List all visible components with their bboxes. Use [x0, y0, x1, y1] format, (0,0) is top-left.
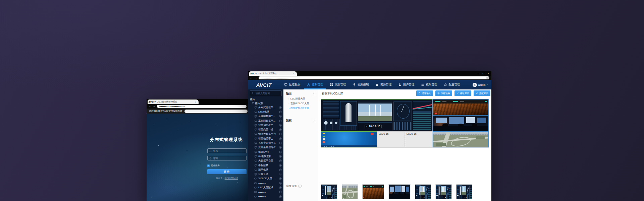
- source-row-10[interactable]: 光纤坐席信号-2: [248, 145, 283, 150]
- toolbar-button-1[interactable]: 清除输入: [416, 90, 433, 96]
- thumbnail-4[interactable]: [388, 184, 411, 199]
- forward-icon[interactable]: →: [254, 76, 257, 79]
- play-button-icon[interactable]: [279, 159, 282, 162]
- nav-item-5[interactable]: 资源管理: [375, 80, 391, 89]
- thumbnail-2[interactable]: [342, 184, 358, 199]
- play-button-icon[interactable]: [279, 120, 282, 122]
- thumbnail-1[interactable]: - 00:15:15: [321, 184, 337, 199]
- toolbar-button-2[interactable]: 保存预案: [435, 90, 452, 96]
- source-row-3[interactable]: 车联网数据平...: [248, 114, 283, 119]
- play-button-icon[interactable]: [279, 133, 282, 135]
- play-button-icon[interactable]: [279, 186, 282, 189]
- camera-icon: [254, 182, 257, 185]
- password-field[interactable]: [207, 156, 247, 160]
- account-input[interactable]: [213, 149, 243, 152]
- source-row-8[interactable]: 智慧物流平台: [248, 136, 283, 141]
- dashboard-feed[interactable]: - 00:15:15: [321, 99, 433, 131]
- back-icon[interactable]: ←: [250, 76, 253, 79]
- toolbar-button-4[interactable]: 分配布局: [474, 90, 490, 96]
- tree-group-input-source[interactable]: 输入源: [248, 101, 283, 105]
- address-bar[interactable]: ••••••••••••••••••••••••••••••: [259, 76, 489, 79]
- output-section-header[interactable]: 输出: [283, 91, 318, 96]
- tree-root-input[interactable]: 输入: [248, 97, 283, 101]
- browser-tab[interactable]: AVCiT DS.X分布式管理系统 ×: [249, 71, 297, 76]
- output-item-3[interactable]: ›右侧3*6LCD大屏: [283, 106, 318, 111]
- nav-item-8[interactable]: 配置管理: [444, 80, 460, 89]
- source-row-5[interactable]: 智慧消防-2主: [248, 123, 283, 127]
- control-room-feed[interactable]: [433, 115, 489, 131]
- play-button-icon[interactable]: [279, 146, 282, 149]
- source-row-15[interactable]: 演示电脑: [248, 168, 283, 172]
- remember-checkbox[interactable]: [207, 164, 210, 167]
- play-button-icon[interactable]: [279, 177, 282, 180]
- source-search[interactable]: [250, 90, 282, 96]
- play-button-icon[interactable]: [279, 115, 282, 118]
- thumbnail-3[interactable]: [362, 184, 384, 199]
- nav-item-7[interactable]: 权限管理: [421, 80, 437, 89]
- output-item-2[interactable]: ›左侧4*5LCD大屏: [283, 101, 318, 106]
- header-field[interactable]: [184, 110, 248, 113]
- nav-item-3[interactable]: 预案管理: [330, 80, 346, 89]
- source-row-9[interactable]: 光纤坐席信号-1: [248, 141, 283, 145]
- tab-close-icon[interactable]: ×: [195, 101, 196, 103]
- source-row-16[interactable]: 音频节点: [248, 172, 283, 176]
- thumbnail-6[interactable]: - 00:15:15: [435, 184, 452, 199]
- source-row-12[interactable]: 8K电脑主机: [248, 154, 283, 158]
- play-button-icon[interactable]: [279, 169, 282, 171]
- password-input[interactable]: [213, 157, 243, 160]
- play-button-icon[interactable]: [279, 155, 282, 158]
- source-row-14[interactable]: 中标麒麟: [248, 163, 283, 168]
- tab-close-icon[interactable]: ×: [293, 72, 294, 75]
- play-button-icon[interactable]: [279, 142, 282, 144]
- thumbnail-5[interactable]: - 00:15:15: [415, 184, 431, 199]
- play-button-icon[interactable]: [279, 124, 282, 127]
- source-row-18[interactable]: •••••••••: [248, 181, 283, 185]
- empty-cell-lcd2-15[interactable]: LCD2-15: [377, 131, 405, 147]
- search-input[interactable]: [255, 92, 283, 95]
- user-menu[interactable]: admin ˅: [473, 83, 488, 87]
- output-item-1[interactable]: ›LED拼接大屏: [283, 96, 318, 101]
- play-button-icon[interactable]: [279, 195, 282, 198]
- source-row-13[interactable]: 大数据平台三: [248, 159, 283, 163]
- source-row-17[interactable]: 3*6LCD大屏...: [248, 177, 283, 181]
- nav-item-4[interactable]: 音频控制: [353, 80, 369, 89]
- play-button-icon[interactable]: [279, 137, 282, 140]
- minimize-icon[interactable]: –: [478, 72, 479, 75]
- forward-icon[interactable]: →: [153, 105, 155, 108]
- plan-section-header[interactable]: 预案: [283, 118, 318, 123]
- nav-item-1[interactable]: 运维数据: [284, 80, 300, 89]
- nav-item-2[interactable]: 控制管理: [307, 80, 323, 89]
- highway-feed[interactable]: [433, 131, 489, 147]
- source-row-21[interactable]: •••••••••: [248, 194, 283, 199]
- preview-toggle-icon[interactable]: [298, 185, 302, 188]
- login-button[interactable]: 登录: [207, 169, 247, 174]
- source-row-2[interactable]: Linux电脑: [248, 110, 283, 114]
- windows-desktop-feed[interactable]: [321, 131, 377, 147]
- maximize-icon[interactable]: □: [483, 72, 484, 75]
- source-row-6[interactable]: 智慧交警-2辅: [248, 127, 283, 132]
- account-field[interactable]: [207, 148, 247, 153]
- play-button-icon[interactable]: [279, 191, 282, 193]
- back-icon[interactable]: ←: [148, 105, 151, 108]
- profile-avatar[interactable]: [486, 77, 489, 79]
- play-button-icon[interactable]: [279, 128, 282, 131]
- play-button-icon[interactable]: [279, 111, 282, 113]
- source-row-4[interactable]: 车联网数据平...: [248, 119, 283, 123]
- close-icon[interactable]: ×: [488, 72, 489, 75]
- source-row-1[interactable]: 分布式运维平...: [248, 105, 283, 110]
- source-row-7[interactable]: 物流大数据平台: [248, 132, 283, 136]
- source-row-19[interactable]: LED大屏区域: [248, 185, 283, 190]
- browser-tab[interactable]: AVCiT DS.X分布式管理系统 ×: [148, 99, 199, 104]
- source-row-11[interactable]: 海康NVR: [248, 150, 283, 154]
- address-bar[interactable]: ••••••••••••••••••••••••••••: [157, 105, 247, 108]
- mars-feed[interactable]: [433, 99, 489, 115]
- play-button-icon[interactable]: [279, 106, 282, 109]
- empty-cell-lcd2-16[interactable]: LCD2-16: [405, 131, 433, 147]
- source-row-20[interactable]: •••••••••: [248, 190, 283, 194]
- thumbnail-7[interactable]: - 00:15:15: [456, 184, 472, 199]
- nav-item-6[interactable]: 用户管理: [398, 80, 414, 89]
- play-button-icon[interactable]: [279, 151, 282, 153]
- toolbar-button-3[interactable]: 修改布局: [454, 90, 471, 96]
- play-button-icon[interactable]: [279, 164, 282, 167]
- play-button-icon[interactable]: [279, 182, 282, 185]
